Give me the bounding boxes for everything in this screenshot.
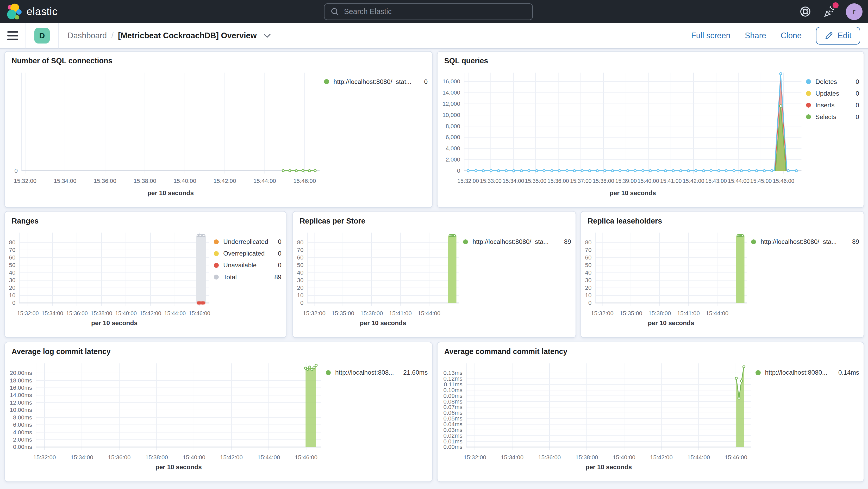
legend-value: 0 — [278, 250, 281, 257]
svg-text:0: 0 — [457, 167, 460, 174]
svg-text:0.07ms: 0.07ms — [443, 404, 463, 410]
svg-text:0.03ms: 0.03ms — [443, 427, 463, 433]
svg-text:15:44:00: 15:44:00 — [257, 454, 280, 461]
svg-text:60: 60 — [585, 254, 592, 261]
sql-queries-chart[interactable]: 15:32:0015:33:0015:34:0015:35:0015:36:00… — [437, 65, 806, 207]
legend-item[interactable]: http://localhost:8080...0.14ms — [755, 369, 859, 376]
svg-text:18.00ms: 18.00ms — [10, 377, 32, 384]
breadcrumb-separator: / — [111, 31, 114, 40]
legend-swatch-icon — [324, 79, 329, 84]
svg-text:15:44:00: 15:44:00 — [687, 454, 710, 461]
svg-text:0.01ms: 0.01ms — [443, 438, 463, 445]
svg-text:15:38:00: 15:38:00 — [133, 178, 156, 184]
legend-swatch-icon — [806, 103, 811, 108]
svg-text:15:37:00: 15:37:00 — [570, 178, 592, 184]
search-input[interactable] — [344, 7, 526, 16]
legend-value: 0 — [856, 113, 859, 121]
svg-text:0: 0 — [300, 300, 303, 306]
svg-text:15:42:00: 15:42:00 — [214, 178, 236, 184]
chevron-down-icon[interactable] — [263, 33, 271, 38]
help-icon[interactable] — [798, 4, 812, 19]
svg-text:15:35:00: 15:35:00 — [525, 178, 547, 184]
panel-title: Ranges — [5, 212, 286, 225]
svg-text:15:40:00: 15:40:00 — [174, 178, 196, 184]
replicas-per-store-chart[interactable]: 15:32:0015:35:0015:38:0015:41:0015:44:00… — [293, 225, 463, 337]
brand-name: elastic — [27, 5, 58, 18]
legend-item[interactable]: http://localhost:8080/_stat...0 — [324, 78, 428, 86]
legend-item[interactable]: Unavailable0 — [214, 262, 281, 269]
legend-swatch-icon — [214, 275, 219, 279]
svg-text:0: 0 — [588, 300, 591, 306]
full-screen-link[interactable]: Full screen — [691, 31, 731, 40]
svg-text:12.00ms: 12.00ms — [10, 399, 32, 406]
svg-text:0.02ms: 0.02ms — [443, 432, 463, 439]
svg-text:20.00ms: 20.00ms — [10, 370, 32, 376]
notification-dot — [833, 2, 839, 8]
chart-legend: http://localhost:8080/_sta...89 — [751, 225, 864, 337]
space-badge[interactable]: D — [34, 28, 50, 43]
legend-swatch-icon — [806, 91, 811, 96]
sql-connections-chart[interactable]: 15:32:0015:34:0015:36:0015:38:0015:40:00… — [5, 65, 324, 207]
chart-legend: Underreplicated0Overreplicated0Unavailab… — [214, 225, 286, 337]
menu-icon[interactable] — [0, 23, 26, 49]
svg-text:per 10 seconds: per 10 seconds — [155, 463, 202, 470]
legend-label: Total — [223, 274, 267, 281]
svg-text:15:44:00: 15:44:00 — [164, 310, 186, 316]
legend-item[interactable]: Selects0 — [806, 113, 859, 121]
search-icon — [331, 7, 339, 16]
svg-text:80: 80 — [297, 239, 304, 246]
elastic-brand[interactable]: elastic — [7, 3, 58, 20]
legend-item[interactable]: http://localhost:808...21.60ms — [326, 369, 428, 376]
legend-item[interactable]: Deletes0 — [806, 78, 859, 86]
svg-text:15:38:00: 15:38:00 — [361, 310, 383, 316]
svg-text:15:41:00: 15:41:00 — [389, 310, 412, 316]
legend-item[interactable]: Total89 — [214, 274, 281, 281]
breadcrumb-dashboard[interactable]: Dashboard — [67, 31, 107, 40]
legend-item[interactable]: http://localhost:8080/_sta...89 — [751, 238, 859, 245]
svg-text:12,000: 12,000 — [442, 100, 460, 107]
clone-link[interactable]: Clone — [781, 31, 802, 40]
svg-text:4,000: 4,000 — [446, 145, 460, 152]
app-header: elastic r — [0, 0, 868, 23]
svg-text:10: 10 — [9, 292, 16, 299]
global-search[interactable] — [324, 3, 533, 20]
svg-text:15:38:00: 15:38:00 — [648, 310, 671, 316]
user-avatar[interactable]: r — [846, 3, 863, 20]
svg-text:15:40:00: 15:40:00 — [115, 310, 137, 316]
log-commit-latency-chart[interactable]: 15:32:0015:34:0015:36:0015:38:0015:40:00… — [5, 356, 326, 482]
replica-leaseholders-chart[interactable]: 15:32:0015:35:0015:38:0015:41:0015:44:00… — [581, 225, 751, 337]
panel-title: Replica leaseholders — [581, 212, 864, 225]
svg-text:70: 70 — [9, 247, 16, 253]
svg-text:0.13ms: 0.13ms — [443, 370, 463, 376]
svg-text:per 10 seconds: per 10 seconds — [91, 319, 137, 327]
legend-item[interactable]: http://localhost:8080/_sta...89 — [463, 238, 571, 245]
share-link[interactable]: Share — [745, 31, 766, 40]
legend-item[interactable]: Inserts0 — [806, 101, 859, 109]
legend-item[interactable]: Overreplicated0 — [214, 250, 281, 257]
legend-label: http://localhost:8080/_stat... — [334, 78, 416, 86]
svg-text:15:32:00: 15:32:00 — [33, 454, 56, 461]
news-icon[interactable] — [822, 4, 836, 19]
edit-button[interactable]: Edit — [816, 27, 860, 44]
svg-text:15:42:00: 15:42:00 — [220, 454, 243, 461]
svg-text:60: 60 — [9, 254, 16, 261]
svg-text:20: 20 — [585, 285, 592, 291]
svg-text:15:33:00: 15:33:00 — [480, 178, 502, 184]
legend-label: http://localhost:8080... — [765, 369, 831, 376]
svg-text:10.00ms: 10.00ms — [10, 407, 32, 414]
svg-text:2,000: 2,000 — [446, 156, 460, 163]
chart-legend: http://localhost:8080/_sta...89 — [463, 225, 576, 337]
panel-command-commit-latency: Average command commit latency 15:32:001… — [437, 342, 864, 482]
svg-text:15:34:00: 15:34:00 — [501, 454, 523, 461]
svg-text:15:32:00: 15:32:00 — [457, 178, 479, 184]
legend-swatch-icon — [326, 370, 331, 375]
svg-text:15:38:00: 15:38:00 — [145, 454, 168, 461]
legend-value: 89 — [564, 238, 571, 245]
svg-text:15:38:00: 15:38:00 — [91, 310, 112, 316]
svg-text:15:43:00: 15:43:00 — [706, 178, 727, 184]
legend-item[interactable]: Underreplicated0 — [214, 238, 281, 245]
svg-text:6.00ms: 6.00ms — [13, 422, 32, 428]
ranges-chart[interactable]: 15:32:0015:34:0015:36:0015:38:0015:40:00… — [5, 225, 214, 337]
command-commit-latency-chart[interactable]: 15:32:0015:34:0015:36:0015:38:0015:40:00… — [437, 356, 755, 482]
legend-item[interactable]: Updates0 — [806, 90, 859, 97]
